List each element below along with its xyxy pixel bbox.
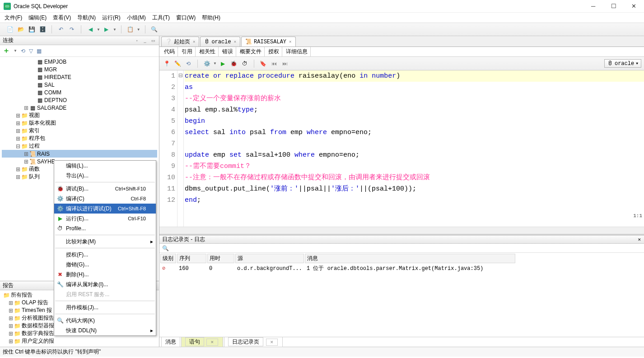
- menu-run[interactable]: 运行(R): [102, 14, 121, 22]
- minimize-button[interactable]: ─: [583, 0, 603, 13]
- ctx-profile[interactable]: ⏱Profile...: [54, 223, 156, 233]
- ctx-debug[interactable]: 🐞调试(B)...Ctrl+Shift-F10: [54, 184, 156, 194]
- horizontal-scrollbar[interactable]: [159, 227, 644, 234]
- tree-procs[interactable]: 过程: [29, 142, 40, 150]
- ctx-compile[interactable]: ⚙️编译(C)Ctrl-F8: [54, 194, 156, 204]
- report-item[interactable]: 分析视图报告: [22, 314, 54, 322]
- report-item[interactable]: 数据字典报告: [22, 330, 54, 337]
- find-icon[interactable]: 🔍: [150, 25, 159, 34]
- expand-icon[interactable]: ⊞: [23, 151, 29, 157]
- menu-window[interactable]: 窗口(W): [176, 14, 196, 22]
- log-tab-messages[interactable]: 消息: [161, 337, 180, 347]
- close-button[interactable]: ✕: [624, 0, 644, 13]
- close-icon[interactable]: ✕: [289, 39, 291, 44]
- expand-icon[interactable]: ⊞: [8, 315, 14, 321]
- panel-restore-icon[interactable]: ▫: [134, 37, 140, 44]
- log-col-seq[interactable]: 序列: [177, 254, 206, 263]
- tree-funcs[interactable]: 函数: [29, 165, 40, 173]
- bookmark-icon[interactable]: 🔖: [259, 59, 268, 68]
- expand-icon[interactable]: ⊞: [8, 330, 14, 337]
- tree-views[interactable]: 视图: [29, 112, 40, 119]
- ctx-compile-debug[interactable]: ⚙️编译以进行调试(D)Ctrl+Shift-F8: [54, 204, 156, 214]
- log-search[interactable]: 🔍: [159, 244, 644, 253]
- tree-proc-sayhe[interactable]: SAYHE: [37, 158, 55, 165]
- report-item[interactable]: OLAP 报告: [22, 299, 48, 307]
- report-item[interactable]: 用户定义的报: [22, 337, 54, 345]
- panel-minimize-icon[interactable]: _: [142, 37, 148, 44]
- subtab-err[interactable]: 错误: [219, 47, 236, 56]
- ctx-revoke[interactable]: 撤销(G)...: [54, 260, 156, 270]
- menu-nav[interactable]: 导航(N): [77, 14, 96, 22]
- forward-icon[interactable]: ▶: [102, 25, 111, 34]
- expand-icon[interactable]: ⊞: [15, 135, 21, 142]
- reports-all[interactable]: 所有报告: [11, 291, 33, 299]
- tree-col[interactable]: HIREDATE: [44, 74, 71, 80]
- close-icon[interactable]: ✕: [234, 39, 236, 44]
- log-col-msg[interactable]: 消息: [305, 254, 515, 263]
- tab-raisesalay[interactable]: 📜RAISESALAY✕: [241, 37, 295, 46]
- debug-icon[interactable]: 🐞: [229, 59, 238, 68]
- expand-icon[interactable]: ⊞: [15, 174, 21, 180]
- open-icon[interactable]: 📂: [16, 25, 25, 34]
- ctx-outline[interactable]: 🔍代码大纲(K): [54, 316, 156, 325]
- edit-icon[interactable]: ✏️: [173, 59, 182, 68]
- menu-view[interactable]: 查看(V): [53, 14, 71, 22]
- expand-icon[interactable]: ⊞: [8, 323, 14, 329]
- expand-icon[interactable]: ⊞: [8, 307, 14, 314]
- subtab-prof[interactable]: 概要文件: [237, 47, 265, 56]
- next-bookmark-icon[interactable]: ⏭: [280, 59, 289, 68]
- close-icon[interactable]: ✕: [638, 237, 641, 242]
- menu-edit[interactable]: 编辑(E): [28, 14, 47, 22]
- new-connection-icon[interactable]: ＋: [3, 46, 10, 56]
- refresh-icon[interactable]: ⟲: [184, 59, 193, 68]
- sql-icon[interactable]: 📋: [126, 25, 135, 34]
- code-editor[interactable]: 123456789101112 ⊟ create or replace proc…: [159, 70, 644, 227]
- ctx-compare[interactable]: 比较对象(M)▸: [54, 237, 156, 246]
- expand-icon[interactable]: ⊞: [23, 105, 29, 111]
- log-row[interactable]: ⊘ 160 0 o.d.r.backgroundT... 1 位于 oracle…: [160, 264, 515, 273]
- fold-gutter[interactable]: ⊟: [177, 70, 184, 227]
- undo-icon[interactable]: ↶: [56, 25, 65, 34]
- expand-icon[interactable]: ⊞: [8, 338, 14, 344]
- ctx-run[interactable]: ▶运行(E)...Ctrl-F10: [54, 214, 156, 223]
- menu-team[interactable]: 小组(M): [127, 14, 146, 22]
- tab-start-page[interactable]: ❔起始页✕: [161, 37, 199, 46]
- tree-packages[interactable]: 程序包: [29, 135, 45, 142]
- close-icon[interactable]: ✕: [193, 39, 195, 44]
- tree-table[interactable]: SALGRADE: [37, 105, 66, 111]
- expand-icon[interactable]: ⊞: [15, 128, 21, 134]
- expand-icon[interactable]: ⊞: [15, 120, 21, 126]
- subtab-grant[interactable]: 授权: [266, 47, 282, 56]
- redo-icon[interactable]: ↷: [67, 25, 76, 34]
- log-tab-log[interactable]: 日志记录页 ✕: [224, 337, 282, 347]
- prev-bookmark-icon[interactable]: ⏮: [270, 59, 279, 68]
- tree-proc-raise[interactable]: RAIS: [37, 151, 50, 157]
- back-icon[interactable]: ◀: [86, 25, 95, 34]
- subtab-code[interactable]: 代码: [161, 47, 178, 56]
- ctx-template[interactable]: 用作模板(J)...: [54, 302, 156, 312]
- expand-icon[interactable]: ⊞: [15, 166, 21, 172]
- ctx-compile-dep[interactable]: 🔧编译从属对象(I)...: [54, 279, 156, 289]
- color-icon[interactable]: ▦: [37, 48, 42, 54]
- log-col-time[interactable]: 用时: [207, 254, 234, 263]
- ctx-drop[interactable]: ✖删除(H)...: [54, 270, 156, 279]
- tree-col[interactable]: COMM: [44, 89, 61, 96]
- run-icon[interactable]: ▶: [219, 59, 228, 68]
- tree-col[interactable]: MGR: [44, 66, 57, 73]
- collapse-icon[interactable]: ⊟: [15, 143, 21, 149]
- tree-col[interactable]: DEPTNO: [44, 97, 67, 103]
- tree-mviews[interactable]: 版本化视图: [29, 119, 56, 127]
- tree-queues[interactable]: 队列: [29, 173, 40, 181]
- tree-indexes[interactable]: 索引: [29, 127, 40, 135]
- log-col-src[interactable]: 源: [235, 254, 304, 263]
- log-tab-statements[interactable]: 语句 ✕: [181, 337, 223, 347]
- profile-icon[interactable]: ⏱: [240, 59, 249, 68]
- menu-file[interactable]: 文件(F): [5, 14, 22, 22]
- ctx-edit[interactable]: 编辑(L)...: [54, 161, 156, 171]
- filter-icon[interactable]: ▽: [29, 48, 33, 54]
- tree-col[interactable]: EMPJOB: [44, 59, 66, 65]
- menu-tools[interactable]: 工具(T): [152, 14, 170, 22]
- expand-icon[interactable]: ⊞: [8, 300, 14, 306]
- tree-col[interactable]: SAL: [44, 82, 55, 88]
- save-all-icon[interactable]: 🗄️: [38, 25, 47, 34]
